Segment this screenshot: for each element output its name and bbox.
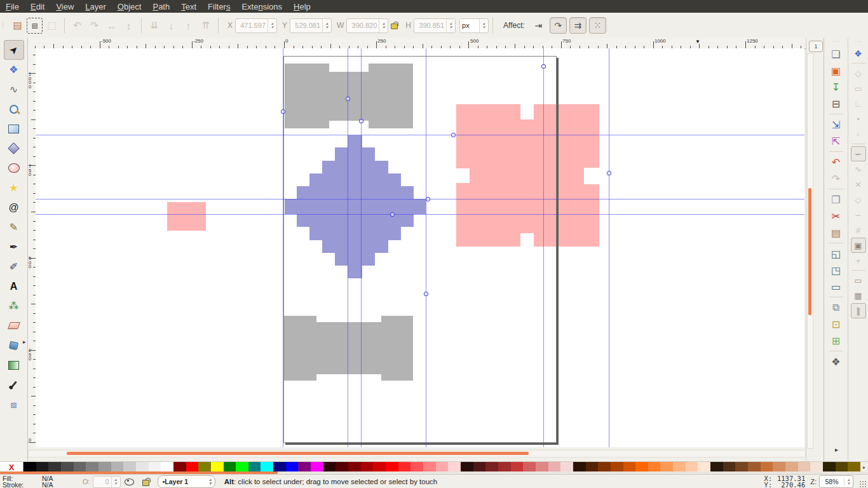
flip-vertical-button[interactable]: ↕ <box>121 18 137 34</box>
lock-ratio-toggle[interactable] <box>391 22 398 29</box>
snap-object-centers-toggle[interactable]: ▣ <box>851 238 866 253</box>
horizontal-guide[interactable] <box>36 135 804 135</box>
gradient-tool[interactable] <box>4 355 24 375</box>
color-swatch[interactable] <box>161 462 173 472</box>
snap-enable-toggle[interactable]: ✥ <box>851 46 866 61</box>
eraser-tool[interactable] <box>4 316 24 336</box>
color-swatch[interactable] <box>149 462 161 472</box>
color-swatch[interactable] <box>86 462 98 472</box>
color-swatch[interactable] <box>173 462 186 472</box>
toolbar-grip[interactable]: ··· <box>832 39 839 44</box>
snap-cusp-nodes-toggle[interactable]: ◇ <box>851 192 866 207</box>
snap-guides-toggle[interactable]: ∥ <box>851 303 866 318</box>
unit-select[interactable]: px ▴▾ <box>459 18 489 33</box>
palette-scroll-arrow[interactable]: ▸ <box>860 462 868 472</box>
new-document-button[interactable]: ❏ <box>827 46 845 62</box>
w-field[interactable]: 390.820 ▴▾ <box>346 18 388 33</box>
color-swatch[interactable] <box>261 462 273 472</box>
color-swatch[interactable] <box>61 462 74 472</box>
color-swatch[interactable] <box>224 462 236 472</box>
calligraphy-tool[interactable]: ✐ <box>4 257 24 276</box>
snap-bbox-edges-toggle[interactable]: ▭ <box>851 81 866 96</box>
zoom-drawing-button[interactable]: ◳ <box>827 262 845 278</box>
color-swatch[interactable] <box>186 462 199 472</box>
color-swatch[interactable] <box>136 462 149 472</box>
color-swatch[interactable] <box>686 462 698 472</box>
y-spinner[interactable]: ▴▾ <box>322 19 331 32</box>
sticky-zoom-toggle[interactable]: 1 <box>809 41 823 52</box>
vertical-guide[interactable] <box>543 48 544 447</box>
color-swatch[interactable] <box>611 462 623 472</box>
color-swatch[interactable] <box>348 462 361 472</box>
affect-move-patterns-toggle[interactable]: ⁙ <box>589 17 606 34</box>
horizontal-scrollbar-thumb[interactable] <box>67 452 529 455</box>
pink-small-rect[interactable] <box>167 202 206 231</box>
selector-tool[interactable]: ➤ <box>4 40 24 60</box>
color-swatch[interactable] <box>24 462 36 472</box>
import-button[interactable]: ⇲ <box>827 116 845 133</box>
dropper-tool[interactable] <box>4 375 24 395</box>
snap-grid-toggle[interactable]: ▦ <box>851 288 866 303</box>
opacity-field[interactable]: 0 ▴▾ <box>93 476 121 488</box>
snap-bbox-centers-toggle[interactable]: ◦ <box>851 126 866 142</box>
vertical-guide[interactable] <box>283 48 283 447</box>
color-swatch[interactable] <box>698 462 710 472</box>
spiral-tool[interactable]: @ <box>4 198 24 217</box>
color-swatch[interactable] <box>473 462 486 472</box>
guide-anchor[interactable] <box>451 133 456 137</box>
vertical-scrollbar[interactable] <box>807 53 813 449</box>
color-swatch[interactable] <box>673 462 686 472</box>
color-swatch[interactable] <box>798 462 811 472</box>
snap-path-intersections-toggle[interactable]: ✕ <box>851 177 866 192</box>
color-swatch[interactable] <box>723 462 736 472</box>
pencil-tool[interactable]: ✎ <box>4 217 24 237</box>
color-swatch[interactable] <box>461 462 473 472</box>
color-swatch[interactable] <box>286 462 299 472</box>
color-swatch[interactable] <box>586 462 599 472</box>
connector-tool[interactable]: ⧈ <box>4 395 24 414</box>
cut-button[interactable]: ✂ <box>827 208 845 224</box>
undo-button[interactable]: ↶ <box>827 154 845 170</box>
menu-help[interactable]: Help <box>288 1 316 12</box>
color-swatch[interactable] <box>848 462 860 472</box>
snap-smooth-nodes-toggle[interactable]: ∽ <box>851 207 866 222</box>
color-swatch[interactable] <box>236 462 248 472</box>
snap-bbox-corners-toggle[interactable]: ∟ <box>851 96 866 111</box>
snap-line-midpoints-toggle[interactable]: # <box>851 222 866 238</box>
export-button[interactable]: ⇱ <box>827 133 845 149</box>
color-swatch[interactable] <box>298 462 311 472</box>
redo-button[interactable]: ↷ <box>827 170 845 187</box>
preferences-button[interactable]: ❖ <box>827 353 845 370</box>
opacity-spinner[interactable]: ▴▾ <box>111 477 120 487</box>
color-swatch[interactable] <box>410 462 423 472</box>
color-swatch[interactable] <box>448 462 461 472</box>
color-swatch[interactable] <box>761 462 773 472</box>
node-tool[interactable]: ❖ <box>4 60 24 79</box>
lower-button[interactable]: ↓ <box>163 18 179 34</box>
color-swatch[interactable] <box>785 462 798 472</box>
zoom-spinner[interactable]: ▴▾ <box>844 478 853 485</box>
color-swatch[interactable] <box>111 462 124 472</box>
color-swatch[interactable] <box>536 462 548 472</box>
print-button[interactable]: ⊟ <box>827 95 845 112</box>
color-swatch[interactable] <box>436 462 449 472</box>
color-swatch[interactable] <box>548 462 561 472</box>
color-swatch[interactable] <box>361 462 374 472</box>
horizontal-ruler[interactable]: -500-250025050075010001250▼ <box>28 38 806 49</box>
color-swatch[interactable] <box>810 462 823 472</box>
paste-button[interactable]: ▤ <box>827 224 845 241</box>
color-swatch[interactable] <box>336 462 348 472</box>
toolbox-overflow-arrow[interactable]: ▸ <box>23 339 26 345</box>
color-swatch[interactable] <box>836 462 848 472</box>
snap-bbox-toggle[interactable]: ◇ <box>851 65 866 81</box>
layer-spinner[interactable]: ▴▾ <box>207 478 215 485</box>
color-swatch[interactable] <box>660 462 673 472</box>
affect-move-gradients-toggle[interactable]: ⇉ <box>569 17 587 34</box>
star-tool[interactable]: ★ <box>4 178 24 198</box>
snap-nodes-toggle[interactable]: ∽ <box>851 146 866 161</box>
deselect-button[interactable]: ⬚ <box>44 18 60 34</box>
box3d-tool[interactable] <box>4 139 24 158</box>
color-swatch[interactable] <box>511 462 524 472</box>
guide-anchor[interactable] <box>541 64 546 69</box>
color-swatch[interactable] <box>48 462 61 472</box>
